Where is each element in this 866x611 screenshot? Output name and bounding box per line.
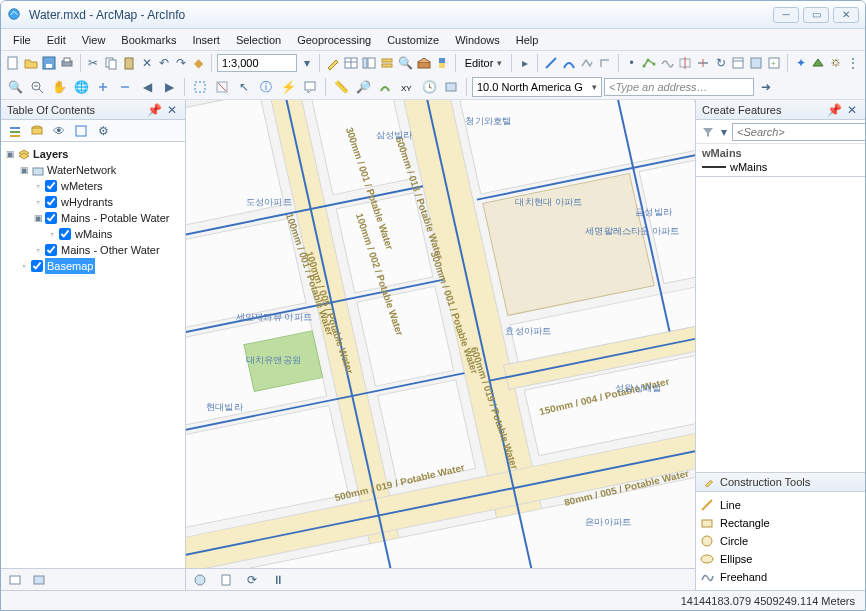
full-extent-icon[interactable]: 🌐	[71, 77, 91, 97]
select-elements-icon[interactable]: ↖	[234, 77, 254, 97]
cut-poly-icon[interactable]	[677, 53, 693, 73]
python-icon[interactable]	[434, 53, 450, 73]
scale-dropdown-icon[interactable]: ▾	[299, 53, 314, 73]
go-xy-icon[interactable]: XY	[397, 77, 417, 97]
geocoder-input[interactable]	[604, 78, 754, 96]
back-extent-icon[interactable]: ◀	[137, 77, 157, 97]
menu-file[interactable]: File	[5, 32, 39, 48]
trace-icon[interactable]	[579, 53, 595, 73]
maximize-button[interactable]: ▭	[803, 7, 829, 23]
paste-icon[interactable]	[121, 53, 137, 73]
expand-icon[interactable]: ▫	[33, 178, 43, 194]
topo-icon[interactable]	[810, 53, 826, 73]
close-button[interactable]: ✕	[833, 7, 859, 23]
list-by-source-icon[interactable]	[27, 121, 47, 141]
expand-icon[interactable]: ▫	[19, 258, 29, 274]
geocoder-locator[interactable]: 10.0 North America G▾	[472, 77, 602, 97]
layer-whydrants[interactable]: wHydrants	[59, 194, 115, 210]
cut-icon[interactable]: ✂	[86, 53, 101, 73]
expand-icon[interactable]: ▫	[33, 242, 43, 258]
refresh-icon[interactable]: ⟳	[242, 570, 262, 590]
identify-icon[interactable]: ⓘ	[256, 77, 276, 97]
menu-edit[interactable]: Edit	[39, 32, 74, 48]
arctoolbox-icon[interactable]	[416, 53, 432, 73]
expand-icon[interactable]: ▣	[19, 162, 29, 178]
menu-windows[interactable]: Windows	[447, 32, 508, 48]
find-icon[interactable]: 🔎	[353, 77, 373, 97]
pan-icon[interactable]: ✋	[49, 77, 69, 97]
menu-bookmarks[interactable]: Bookmarks	[113, 32, 184, 48]
pin-icon[interactable]: 📌	[147, 103, 161, 117]
layout-view-icon[interactable]	[216, 570, 236, 590]
toc-tab-icon[interactable]	[5, 570, 25, 590]
create-features-icon[interactable]: +	[766, 53, 782, 73]
menu-selection[interactable]: Selection	[228, 32, 289, 48]
expand-icon[interactable]: ▫	[47, 226, 57, 242]
close-pane-icon[interactable]: ✕	[845, 103, 859, 117]
scale-input[interactable]	[217, 54, 297, 72]
sketch-prop-icon[interactable]	[748, 53, 764, 73]
toc-group[interactable]: WaterNetwork	[45, 162, 118, 178]
catalog-icon[interactable]	[379, 53, 395, 73]
fixed-zoom-in-icon[interactable]	[93, 77, 113, 97]
more-icon[interactable]: ⋮	[846, 53, 861, 73]
layer-mains-potable[interactable]: Mains - Potable Water	[59, 210, 171, 226]
toc-tab2-icon[interactable]	[29, 570, 49, 590]
toc-root[interactable]: Layers	[31, 146, 70, 162]
layer-checkbox[interactable]	[59, 228, 71, 240]
editor-dropdown[interactable]: Editor▾	[461, 53, 507, 73]
menu-insert[interactable]: Insert	[184, 32, 228, 48]
table-icon[interactable]	[343, 53, 359, 73]
list-by-selection-icon[interactable]	[71, 121, 91, 141]
undo-icon[interactable]: ↶	[156, 53, 171, 73]
redo-icon[interactable]: ↷	[174, 53, 189, 73]
add-data-icon[interactable]: ◆	[191, 53, 206, 73]
print-icon[interactable]	[59, 53, 75, 73]
expand-icon[interactable]: ▫	[33, 194, 43, 210]
arc-segment-icon[interactable]	[561, 53, 577, 73]
filter-icon[interactable]	[700, 122, 716, 142]
layer-checkbox[interactable]	[45, 244, 57, 256]
menu-view[interactable]: View	[74, 32, 114, 48]
right-angle-icon[interactable]	[597, 53, 613, 73]
open-icon[interactable]	[23, 53, 39, 73]
clear-selection-icon[interactable]	[212, 77, 232, 97]
geocode-go-icon[interactable]: ➜	[756, 77, 776, 97]
validate-icon[interactable]: ⛭	[828, 53, 843, 73]
ct-circle[interactable]: Circle	[700, 532, 861, 550]
measure-icon[interactable]: 📏	[331, 77, 351, 97]
network-icon[interactable]: ✦	[793, 53, 808, 73]
reshape-icon[interactable]	[659, 53, 675, 73]
hyperlink-icon[interactable]: ⚡	[278, 77, 298, 97]
find-route-icon[interactable]	[375, 77, 395, 97]
layer-checkbox[interactable]	[45, 212, 57, 224]
ct-freehand[interactable]: Freehand	[700, 568, 861, 586]
fwd-extent-icon[interactable]: ▶	[159, 77, 179, 97]
layer-wmains[interactable]: wMains	[73, 226, 114, 242]
options-icon[interactable]: ⚙	[93, 121, 113, 141]
split-icon[interactable]	[695, 53, 711, 73]
select-features-icon[interactable]	[190, 77, 210, 97]
point-icon[interactable]: •	[624, 53, 639, 73]
pin-icon[interactable]: 📌	[827, 103, 841, 117]
time-slider-icon[interactable]: 🕓	[419, 77, 439, 97]
layer-mains-other[interactable]: Mains - Other Water	[59, 242, 162, 258]
create-features-search[interactable]	[732, 123, 866, 141]
expand-icon[interactable]: ▣	[33, 210, 43, 226]
new-icon[interactable]	[5, 53, 21, 73]
template-item[interactable]: wMains	[700, 160, 861, 174]
edit-vertices-icon[interactable]	[641, 53, 657, 73]
ct-rectangle[interactable]: Rectangle	[700, 514, 861, 532]
viewer-icon[interactable]	[441, 77, 461, 97]
layer-checkbox[interactable]	[45, 196, 57, 208]
edit-tool-icon[interactable]: ▸	[517, 53, 532, 73]
menu-help[interactable]: Help	[508, 32, 547, 48]
expand-icon[interactable]: ▣	[5, 146, 15, 162]
pause-icon[interactable]: ⏸	[268, 570, 288, 590]
zoom-in-icon[interactable]: 🔍	[5, 77, 25, 97]
list-by-drawing-icon[interactable]	[5, 121, 25, 141]
menu-customize[interactable]: Customize	[379, 32, 447, 48]
list-by-visibility-icon[interactable]: 👁	[49, 121, 69, 141]
layer-checkbox[interactable]	[31, 260, 43, 272]
search-icon[interactable]: 🔍	[397, 53, 414, 73]
